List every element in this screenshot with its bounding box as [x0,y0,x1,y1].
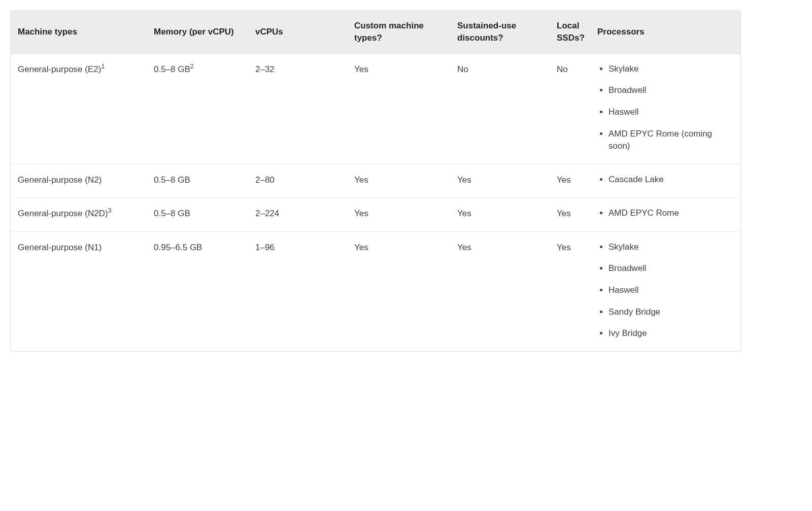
cell-custom-machine-types: Yes [347,231,450,351]
cell-sustained-use: Yes [450,164,550,198]
memory-value: 0.5–8 GB [154,64,190,74]
col-header-local-ssd: Local SSDs? [550,11,590,53]
cell-local-ssd: Yes [550,231,590,351]
machine-type-label: General-purpose (N2D) [18,209,108,218]
cell-memory: 0.95–6.5 GB [147,231,248,351]
machine-type-label: General-purpose (N1) [18,243,101,252]
cell-vcpus: 2–80 [248,164,347,198]
table-row: General-purpose (N1)0.95–6.5 GB1–96YesYe… [11,231,740,351]
machine-type-label: General-purpose (E2) [18,64,101,74]
cell-custom-machine-types: Yes [347,164,450,198]
machine-types-table-container: Machine types Memory (per vCPU) vCPUs Cu… [10,10,741,352]
cell-machine-type: General-purpose (N1) [11,231,147,351]
machine-types-table: Machine types Memory (per vCPU) vCPUs Cu… [11,11,740,351]
cell-memory: 0.5–8 GB2 [147,53,248,164]
list-item: Haswell [608,106,733,119]
processor-list: AMD EPYC Rome [597,207,733,220]
list-item: Ivy Bridge [608,327,733,340]
cell-processors: SkylakeBroadwellHaswellAMD EPYC Rome (co… [590,53,740,164]
cell-vcpus: 1–96 [248,231,347,351]
cell-local-ssd: No [550,53,590,164]
processor-list: Cascade Lake [597,174,733,186]
cell-local-ssd: Yes [550,198,590,232]
col-header-machine-types: Machine types [11,11,147,53]
list-item: Skylake [608,63,733,76]
list-item: Broadwell [608,262,733,275]
memory-value: 0.5–8 GB [154,175,190,185]
cell-processors: Cascade Lake [590,164,740,198]
list-item: Haswell [608,284,733,297]
cell-machine-type: General-purpose (E2)1 [11,53,147,164]
cell-vcpus: 2–224 [248,198,347,232]
cell-custom-machine-types: Yes [347,53,450,164]
cell-processors: AMD EPYC Rome [590,198,740,232]
list-item: Sandy Bridge [608,306,733,319]
list-item: AMD EPYC Rome [608,207,733,220]
footnote-ref: 1 [101,63,105,70]
cell-custom-machine-types: Yes [347,198,450,232]
table-row: General-purpose (N2D)30.5–8 GB2–224YesYe… [11,198,740,232]
cell-sustained-use: Yes [450,231,550,351]
cell-machine-type: General-purpose (N2D)3 [11,198,147,232]
cell-sustained-use: Yes [450,198,550,232]
footnote-ref: 2 [190,63,194,70]
list-item: AMD EPYC Rome (coming soon) [608,128,733,153]
machine-type-label: General-purpose (N2) [18,175,101,185]
memory-value: 0.5–8 GB [154,209,190,218]
col-header-vcpus: vCPUs [248,11,347,53]
cell-machine-type: General-purpose (N2) [11,164,147,198]
table-row: General-purpose (E2)10.5–8 GB22–32YesNoN… [11,53,740,164]
table-header-row: Machine types Memory (per vCPU) vCPUs Cu… [11,11,740,53]
col-header-processors: Processors [590,11,740,53]
list-item: Cascade Lake [608,174,733,186]
list-item: Skylake [608,241,733,254]
footnote-ref: 3 [108,208,112,215]
memory-value: 0.95–6.5 GB [154,243,202,252]
cell-sustained-use: No [450,53,550,164]
cell-local-ssd: Yes [550,164,590,198]
table-row: General-purpose (N2)0.5–8 GB2–80YesYesYe… [11,164,740,198]
processor-list: SkylakeBroadwellHaswellSandy BridgeIvy B… [597,241,733,340]
cell-vcpus: 2–32 [248,53,347,164]
cell-processors: SkylakeBroadwellHaswellSandy BridgeIvy B… [590,231,740,351]
col-header-sustained: Sustained-use discounts? [450,11,550,53]
table-body: General-purpose (E2)10.5–8 GB22–32YesNoN… [11,53,740,351]
cell-memory: 0.5–8 GB [147,164,248,198]
col-header-custom: Custom machine types? [347,11,450,53]
list-item: Broadwell [608,84,733,97]
processor-list: SkylakeBroadwellHaswellAMD EPYC Rome (co… [597,63,733,153]
cell-memory: 0.5–8 GB [147,198,248,232]
col-header-memory: Memory (per vCPU) [147,11,248,53]
